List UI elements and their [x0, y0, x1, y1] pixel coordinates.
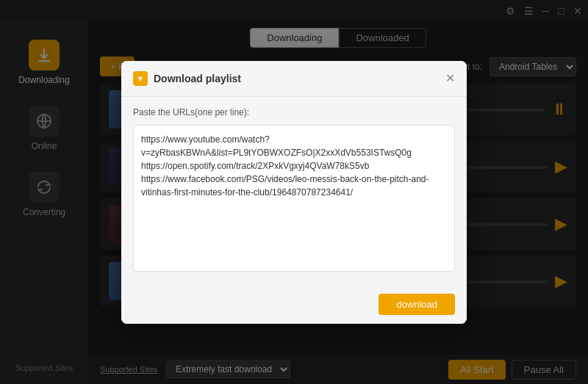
modal-header: ▼ Download playlist ✕ — [121, 61, 467, 97]
modal-body: Paste the URLs(one per line): https://ww… — [121, 97, 467, 285]
modal-instruction: Paste the URLs(one per line): — [133, 107, 455, 117]
modal-footer: download — [121, 285, 467, 324]
modal-title: Download playlist — [154, 73, 440, 84]
modal-download-button[interactable]: download — [379, 294, 455, 315]
download-playlist-modal: ▼ Download playlist ✕ Paste the URLs(one… — [121, 61, 467, 324]
modal-overlay[interactable]: ▼ Download playlist ✕ Paste the URLs(one… — [0, 0, 588, 384]
url-textarea[interactable]: https://www.youtube.com/watch?v=zyRbasKB… — [133, 125, 455, 272]
app-icon: ▼ — [133, 71, 148, 86]
modal-close-button[interactable]: ✕ — [445, 73, 455, 84]
